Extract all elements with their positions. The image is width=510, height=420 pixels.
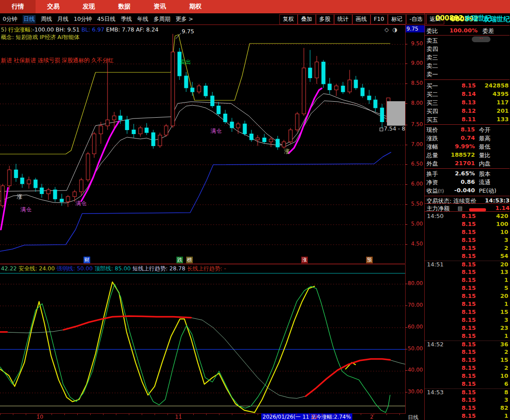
- tick-row[interactable]: 8.1515: [425, 357, 510, 365]
- quote-label2: 流通: [479, 178, 490, 186]
- period-周线[interactable]: 周线: [41, 16, 52, 23]
- toolbar-button-标记[interactable]: 标记: [388, 14, 406, 24]
- tick-row[interactable]: 8.1510: [425, 372, 510, 380]
- price-tick-6.00: 6.00: [411, 181, 423, 187]
- toolbar-button-统计[interactable]: 统计: [334, 14, 352, 24]
- quote-row-净资[interactable]: 净资0.86流通: [425, 178, 510, 187]
- menu-item-数据[interactable]: 数据: [107, 0, 142, 13]
- quote-row-收益㈢[interactable]: 收益㈢-0.040PE(动): [425, 187, 510, 195]
- period-更多 >[interactable]: 更多 >: [175, 16, 193, 23]
- tick-volume: 2: [504, 349, 508, 355]
- menu-item-交易[interactable]: 交易: [36, 0, 71, 13]
- quote-row-涨幅[interactable]: 涨幅9.99%最低: [425, 143, 510, 151]
- sell-row-3[interactable]: 卖三: [425, 54, 510, 62]
- down-candle: [184, 76, 188, 88]
- price-tick-9.50: 9.50: [411, 40, 423, 47]
- sell-row-5[interactable]: 卖五: [425, 37, 510, 45]
- toolbar-button-多股[interactable]: 多股: [316, 14, 334, 24]
- quote-row-换手[interactable]: 换手2.65%股本: [425, 170, 510, 178]
- tick-row[interactable]: 14:528.1536: [425, 341, 510, 349]
- period-年线[interactable]: 年线: [137, 16, 148, 23]
- tick-row[interactable]: 14:538.158: [425, 388, 510, 397]
- indicator-series-长线上行段3: [306, 359, 390, 396]
- tick-row[interactable]: 14:518.1520: [425, 261, 510, 269]
- list-icon[interactable]: ▤: [458, 205, 462, 211]
- tick-row[interactable]: 8.1520: [425, 293, 510, 301]
- tick-row[interactable]: 8.153: [425, 237, 510, 245]
- tick-row[interactable]: 8.153: [425, 317, 510, 325]
- period-多周期[interactable]: 多周期: [154, 16, 171, 23]
- half-circle-icon[interactable]: ◑: [392, 26, 397, 33]
- tick-row[interactable]: 8.1513: [425, 269, 510, 277]
- quote-row-涨跌[interactable]: 涨跌0.74最高: [425, 135, 510, 143]
- buy-row-3[interactable]: 买三8.13117: [425, 99, 510, 107]
- quote-row-总量[interactable]: 总量188572量比: [425, 151, 510, 160]
- tick-row[interactable]: 8.151: [425, 301, 510, 309]
- tick-row[interactable]: 8.151: [425, 333, 510, 341]
- buy-row-5[interactable]: 买五8.11133: [425, 116, 510, 124]
- indicator-canvas[interactable]: [0, 265, 405, 413]
- tick-row[interactable]: 8.15100: [425, 221, 510, 229]
- up-candle: [164, 126, 168, 135]
- diamond-icon[interactable]: ◇: [384, 26, 389, 33]
- tick-row[interactable]: 8.155: [425, 285, 510, 293]
- period-10分钟[interactable]: 10分钟: [74, 16, 92, 23]
- tick-row[interactable]: 14:508.15420: [425, 213, 510, 221]
- tick-row[interactable]: 8.1515: [425, 309, 510, 317]
- weibi-value: 100.00%: [450, 27, 478, 34]
- event-badge-涨[interactable]: 涨: [301, 257, 308, 263]
- event-badge-跌[interactable]: 跌: [176, 257, 183, 263]
- toolbar-button-叠加[interactable]: 叠加: [298, 14, 316, 24]
- tick-row[interactable]: 8.152: [425, 365, 510, 372]
- drag-marker-box[interactable]: [387, 101, 405, 126]
- tick-row[interactable]: 8.1523: [425, 325, 510, 333]
- period-季线[interactable]: 季线: [121, 16, 132, 23]
- chart-corner-icons: ◇◑: [381, 26, 397, 33]
- menu-item-期权[interactable]: 期权: [178, 0, 213, 13]
- drawing-handle[interactable]: [380, 128, 383, 131]
- weibi-row[interactable]: 委比100.00%委差: [425, 27, 510, 36]
- buy-row-1[interactable]: 买一8.15242858: [425, 82, 510, 91]
- period-45日线[interactable]: 45日线: [97, 16, 116, 23]
- tick-row[interactable]: 8.156: [425, 380, 510, 388]
- tick-row[interactable]: 8.153: [425, 396, 510, 404]
- toolbar-button-F10[interactable]: F10: [371, 14, 388, 24]
- tick-row[interactable]: 8.151: [425, 412, 510, 420]
- up-candle: [86, 154, 90, 180]
- toolbar-button-复权[interactable]: 复权: [279, 14, 298, 24]
- quote-row-现价[interactable]: 现价8.15今开: [425, 126, 510, 135]
- tick-row[interactable]: 8.1554: [425, 253, 510, 261]
- toolbar-button-画线[interactable]: 画线: [352, 14, 371, 24]
- down-candle: [230, 122, 234, 128]
- tick-row[interactable]: 8.1582: [425, 404, 510, 412]
- quote-row-外盘[interactable]: 外盘21701内盘: [425, 160, 510, 168]
- buy-row-2[interactable]: 买二8.144395: [425, 91, 510, 99]
- sell-row-1[interactable]: 卖一: [425, 71, 510, 79]
- period-月线[interactable]: 月线: [57, 16, 68, 23]
- event-badge-预[interactable]: 预: [366, 257, 373, 263]
- buy-row-4[interactable]: 买四8.12201: [425, 107, 510, 116]
- tick-row[interactable]: 8.1510: [425, 229, 510, 237]
- sell-level-label: 卖二: [426, 62, 438, 70]
- menu-item-资讯[interactable]: 资讯: [142, 0, 178, 13]
- period-0分钟[interactable]: 0分钟: [3, 16, 17, 23]
- stock-title-row[interactable]: 000892欢瑞世纪: [425, 14, 510, 23]
- toolbar-button--自选[interactable]: -自选: [406, 14, 426, 24]
- tick-row[interactable]: 8.152: [425, 349, 510, 357]
- menu-item-发现[interactable]: 发现: [71, 0, 107, 13]
- indicator-header-token: 42.22: [1, 265, 19, 272]
- tick-row[interactable]: 8.151: [425, 277, 510, 285]
- sell-row-4[interactable]: 卖四: [425, 45, 510, 54]
- indicator-panel[interactable]: 42.22 安全线: 24.00 强弱线: 50.00 顶部线: 85.00 短…: [0, 264, 406, 414]
- down-candle: [204, 86, 207, 96]
- event-badge-财[interactable]: 财: [84, 257, 90, 263]
- main-flow-row[interactable]: 主力净额▤1.14: [425, 205, 510, 213]
- tick-row[interactable]: 8.152: [425, 245, 510, 253]
- period-日线[interactable]: 日线: [23, 15, 36, 24]
- event-badge-榜[interactable]: 榜: [186, 257, 193, 263]
- sell-row-2[interactable]: 卖二: [425, 62, 510, 71]
- main-candlestick-chart[interactable]: 5) 行业涨幅:-100.00 BH: 9.51 BL: 6.97 EMB: 7…: [0, 24, 406, 264]
- menu-item-行情[interactable]: 行情: [0, 0, 36, 13]
- indicator-tick-80.00: 80.00: [408, 280, 423, 286]
- down-candle: [20, 178, 24, 184]
